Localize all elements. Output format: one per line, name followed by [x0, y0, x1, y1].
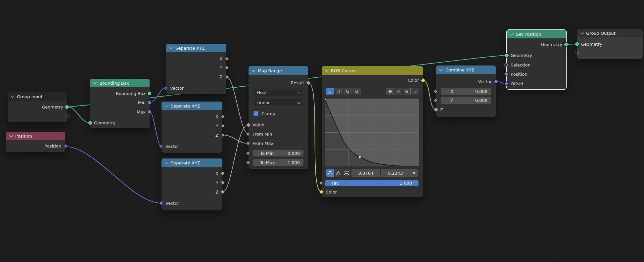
- to-max-field[interactable]: To Max 1.000: [253, 159, 303, 166]
- max-output-socket[interactable]: [148, 110, 152, 114]
- channel-g-button[interactable]: G: [344, 88, 352, 95]
- node-header[interactable]: Separate XYZ: [161, 158, 222, 167]
- collapse-chevron-icon[interactable]: [439, 67, 443, 71]
- virtual-output-socket[interactable]: [66, 114, 69, 118]
- node-header[interactable]: RGB Curves: [322, 66, 423, 75]
- channel-c-button[interactable]: C: [326, 88, 334, 95]
- node-header[interactable]: Combine XYZ: [436, 66, 496, 74]
- curve-tools: ⊕ ⊖ ●: [386, 88, 419, 95]
- geometry-output-socket[interactable]: [564, 42, 568, 47]
- node-title: Group Input: [17, 94, 42, 99]
- output-row-max: Max: [90, 107, 150, 116]
- output-row-z: Z: [161, 187, 222, 196]
- bounding-box-output-socket[interactable]: [147, 91, 152, 96]
- collapse-chevron-icon[interactable]: [325, 68, 328, 72]
- output-row-x: X: [166, 54, 226, 63]
- y-field[interactable]: Y 0.000: [441, 97, 491, 104]
- to-max-value: 1.000: [288, 160, 300, 165]
- checkbox-checked-icon[interactable]: ✓: [253, 111, 259, 116]
- min-output-socket[interactable]: [148, 101, 152, 105]
- node-header[interactable]: Map Range: [249, 66, 308, 75]
- node-header[interactable]: Group Input: [8, 92, 67, 101]
- input-row-z: Z: [436, 105, 496, 114]
- node-group-input[interactable]: Group Input Geometry: [8, 92, 67, 122]
- delete-point-button[interactable]: ✕: [410, 169, 418, 177]
- geometry-input-socket[interactable]: [575, 42, 579, 46]
- node-title: Position: [15, 134, 32, 139]
- node-group-output[interactable]: Group Output Geometry: [577, 29, 643, 59]
- fac-value: 1.000: [400, 181, 412, 186]
- point-y-field[interactable]: 0.1343: [381, 169, 410, 177]
- collapse-chevron-icon[interactable]: [580, 31, 583, 34]
- point-y-value: 0.1343: [388, 171, 403, 176]
- node-title: Separate XYZ: [171, 104, 200, 109]
- node-rgb-curves[interactable]: RGB Curves Color C R G B ⊕ ⊖ ●: [322, 66, 423, 197]
- to-min-label: To Min: [260, 151, 274, 156]
- socket-label: Z: [219, 74, 222, 79]
- collapse-chevron-icon[interactable]: [9, 134, 13, 137]
- fac-slider[interactable]: Fac 1.000: [325, 180, 419, 186]
- socket-label: Z: [440, 107, 443, 112]
- interpolation-dropdown[interactable]: Linear: [253, 99, 303, 107]
- node-separate-xyz-2[interactable]: Separate XYZ X Y Z Vector: [161, 102, 222, 153]
- node-combine-xyz[interactable]: Combine XYZ Vector X 0.000 Y 0.000 Z: [436, 66, 496, 117]
- handle-auto-clamped-button[interactable]: [343, 169, 350, 177]
- tools-dropdown-button[interactable]: [411, 88, 419, 95]
- zoom-in-icon[interactable]: ⊕: [386, 88, 394, 95]
- zoom-out-icon[interactable]: ⊖: [394, 88, 402, 95]
- x-field[interactable]: X 0.000: [441, 88, 491, 95]
- collapse-chevron-icon[interactable]: [11, 94, 14, 98]
- collapse-chevron-icon[interactable]: [93, 81, 97, 84]
- handle-vector-button[interactable]: [334, 169, 342, 177]
- to-min-field[interactable]: To Min 0.000: [253, 150, 303, 156]
- collapse-chevron-icon[interactable]: [510, 32, 513, 35]
- curve-point-selected[interactable]: [359, 156, 361, 158]
- node-map-range[interactable]: Map Range Result Float Linear ✓ Clamp Va…: [249, 66, 308, 169]
- wire-curvescolor-to-combinez: [423, 80, 436, 109]
- socket-label: Geometry: [511, 53, 532, 58]
- node-header[interactable]: Separate XYZ: [166, 44, 226, 52]
- input-row-offset: Offset: [507, 79, 566, 88]
- output-row-geometry: Geometry: [8, 102, 67, 111]
- curve-widget[interactable]: [325, 99, 419, 166]
- input-row-color: Color: [322, 187, 423, 196]
- collapse-chevron-icon[interactable]: [164, 104, 168, 107]
- node-header[interactable]: Set Position: [507, 30, 566, 38]
- node-separate-xyz-1[interactable]: Separate XYZ X Y Z Vector: [166, 44, 226, 94]
- node-header[interactable]: Position: [6, 132, 65, 140]
- y-value: 0.000: [475, 98, 487, 103]
- wire-groupinput-to-boundingbox: [67, 107, 90, 123]
- node-editor-canvas[interactable]: Group Input Geometry Position Position B…: [0, 0, 644, 262]
- geometry-input-socket[interactable]: [505, 53, 509, 58]
- geometry-input-socket[interactable]: [88, 121, 92, 125]
- node-set-position[interactable]: Set Position Geometry Geometry Selection…: [507, 30, 566, 89]
- socket-label: X: [215, 171, 218, 176]
- channel-r-button[interactable]: R: [335, 88, 343, 95]
- node-bounding-box[interactable]: Bounding Box Bounding Box Min Max Geomet…: [90, 79, 150, 128]
- handle-auto-button[interactable]: [326, 169, 334, 177]
- socket-label: Bounding Box: [116, 91, 146, 96]
- socket-label: Y: [220, 65, 222, 70]
- node-header[interactable]: Bounding Box: [90, 79, 150, 87]
- virtual-input-socket[interactable]: [575, 51, 579, 55]
- output-row-y: Y: [161, 178, 222, 187]
- output-row-geometry: Geometry: [507, 40, 566, 49]
- channel-b-button[interactable]: B: [352, 88, 361, 95]
- collapse-chevron-icon[interactable]: [252, 68, 255, 72]
- node-position[interactable]: Position Position: [6, 132, 65, 152]
- node-header[interactable]: Group Output: [577, 29, 643, 37]
- output-row-y: Y: [166, 63, 226, 72]
- data-type-dropdown[interactable]: Float: [253, 89, 303, 96]
- clipping-toggle-icon[interactable]: ●: [403, 88, 411, 95]
- node-header[interactable]: Separate XYZ: [161, 102, 222, 110]
- clamp-checkbox-row[interactable]: ✓ Clamp: [253, 110, 275, 117]
- output-row-vector: Vector: [436, 77, 496, 86]
- geometry-output-socket[interactable]: [65, 105, 69, 109]
- point-x-field[interactable]: 0.3704: [351, 169, 380, 177]
- collapse-chevron-icon[interactable]: [164, 160, 168, 164]
- curve-point-start[interactable]: [325, 99, 326, 100]
- collapse-chevron-icon[interactable]: [169, 46, 173, 49]
- socket-label: Color: [408, 78, 419, 83]
- point-x-value: 0.3704: [358, 171, 374, 176]
- node-separate-xyz-3[interactable]: Separate XYZ X Y Z Vector: [161, 158, 222, 210]
